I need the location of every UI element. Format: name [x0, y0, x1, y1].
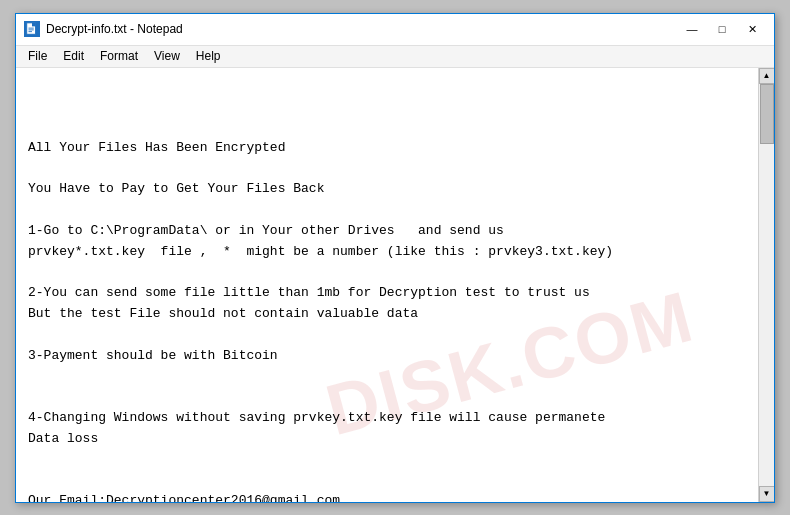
notepad-window: Decrypt-info.txt - Notepad — □ ✕ File Ed…	[15, 13, 775, 503]
scroll-down-button[interactable]: ▼	[759, 486, 775, 502]
menu-file[interactable]: File	[20, 46, 55, 67]
text-body: All Your Files Has Been Encrypted You Ha…	[28, 138, 746, 502]
title-bar: Decrypt-info.txt - Notepad — □ ✕	[16, 14, 774, 46]
vertical-scrollbar[interactable]: ▲ ▼	[758, 68, 774, 502]
menu-edit[interactable]: Edit	[55, 46, 92, 67]
scroll-up-button[interactable]: ▲	[759, 68, 775, 84]
content-area: DISK.COM All Your Files Has Been Encrypt…	[16, 68, 774, 502]
window-title: Decrypt-info.txt - Notepad	[46, 22, 678, 36]
scroll-thumb[interactable]	[760, 84, 774, 144]
menu-format[interactable]: Format	[92, 46, 146, 67]
scroll-track[interactable]	[759, 84, 774, 486]
menu-help[interactable]: Help	[188, 46, 229, 67]
text-editor[interactable]: DISK.COM All Your Files Has Been Encrypt…	[16, 68, 758, 502]
window-controls: — □ ✕	[678, 18, 766, 40]
maximize-button[interactable]: □	[708, 18, 736, 40]
close-button[interactable]: ✕	[738, 18, 766, 40]
menu-bar: File Edit Format View Help	[16, 46, 774, 68]
menu-view[interactable]: View	[146, 46, 188, 67]
svg-rect-1	[32, 23, 36, 27]
minimize-button[interactable]: —	[678, 18, 706, 40]
app-icon	[24, 21, 40, 37]
